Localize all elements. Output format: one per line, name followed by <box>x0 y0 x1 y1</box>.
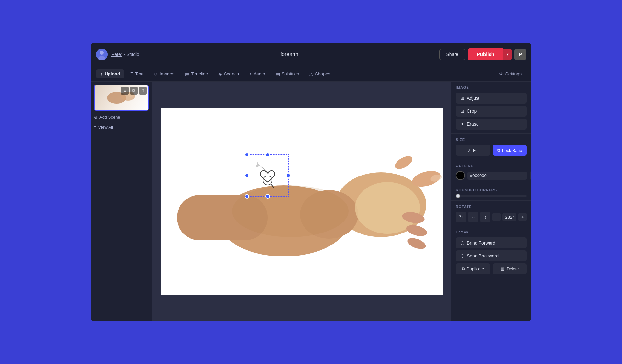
subtitles-icon: ▤ <box>276 71 280 76</box>
svg-point-12 <box>393 154 415 172</box>
adjust-icon: ⊞ <box>460 96 464 101</box>
slider-row <box>456 195 527 197</box>
layer-section: LAYER ⬡ Bring Forward ⬡ Send Backward ⧉ … <box>451 226 531 280</box>
settings-icon: ⚙ <box>499 71 503 76</box>
timeline-button[interactable]: ▤ Timeline <box>180 69 213 78</box>
scenes-icon: ◈ <box>218 71 222 76</box>
image-section: IMAGE ⊞ Adjust ⊡ Crop ✦ Erase <box>451 82 531 134</box>
send-backward-button[interactable]: ⬡ Send Backward <box>456 250 527 261</box>
rounded-corners-slider[interactable] <box>456 195 527 197</box>
timeline-icon: ▤ <box>185 71 189 76</box>
lock-ratio-icon: ⧉ <box>497 148 500 153</box>
outline-hex-input[interactable] <box>467 172 527 180</box>
toolbar: ↑ Upload T Text ⊙ Images ▤ Timeline ◈ Sc… <box>91 66 531 82</box>
audio-icon: ♪ <box>249 71 252 76</box>
add-scene-button[interactable]: ⊕ Add Scene <box>94 113 149 121</box>
list-icon: ≡ <box>94 125 97 130</box>
rotate-minus-button[interactable]: − <box>492 213 501 221</box>
outline-minus-button[interactable]: − <box>530 171 531 180</box>
erase-icon: ✦ <box>460 121 464 127</box>
share-button[interactable]: Share <box>439 49 465 60</box>
shapes-icon: △ <box>309 71 313 76</box>
canvas-area: ↻ <box>152 82 451 321</box>
scene-list-button[interactable]: ≡ <box>121 87 129 95</box>
scenes-button[interactable]: ◈ Scenes <box>214 69 244 78</box>
crop-icon: ⊡ <box>460 108 464 114</box>
lock-ratio-button[interactable]: ⧉ Lock Ratio <box>493 145 527 156</box>
shapes-button[interactable]: △ Shapes <box>305 69 335 78</box>
svg-point-15 <box>406 236 427 251</box>
outline-num-control: − 0 + <box>530 171 531 180</box>
app-container: Peter › Studio forearm Share Publish ▾ P… <box>91 43 531 321</box>
rotate-value: 282° <box>502 213 516 221</box>
audio-button[interactable]: ♪ Audio <box>245 69 270 78</box>
breadcrumb-studio: Studio <box>126 52 139 57</box>
bring-forward-icon: ⬡ <box>460 240 464 245</box>
publish-group: Publish ▾ <box>468 48 512 60</box>
rotate-plus-button[interactable]: + <box>518 213 527 221</box>
page-title: forearm <box>143 51 436 57</box>
scene-copy-button[interactable]: ⧉ <box>130 87 138 95</box>
rotate-cw-button[interactable]: ↻ <box>456 212 466 222</box>
publish-button[interactable]: Publish <box>468 48 503 60</box>
scene-card-1[interactable]: ≡ ⧉ 🗑 <box>94 85 149 111</box>
top-bar: Peter › Studio forearm Share Publish ▾ P <box>91 43 531 66</box>
bring-forward-button[interactable]: ⬡ Bring Forward <box>456 237 527 248</box>
forearm-background: ↻ <box>161 108 443 295</box>
delete-icon: 🗑 <box>501 267 505 271</box>
delete-button[interactable]: 🗑 Delete <box>493 263 527 274</box>
upload-button[interactable]: ↑ Upload <box>96 69 124 78</box>
avatar <box>96 49 108 60</box>
images-button[interactable]: ⊙ Images <box>149 69 179 78</box>
layer-action-row: ⧉ Duplicate 🗑 Delete <box>456 263 527 274</box>
rounded-corners-label: ROUNDED CORNERS <box>456 188 527 192</box>
flip-vertical-button[interactable]: ↕ <box>480 212 490 222</box>
canvas[interactable]: ↻ <box>161 108 443 295</box>
rotate-section: ROTATE ↻ ↔ ↕ − 282° + <box>451 201 531 226</box>
scene-card-overlay: ≡ ⧉ 🗑 <box>121 87 147 95</box>
scene-delete-button[interactable]: 🗑 <box>139 87 147 95</box>
erase-button[interactable]: ✦ Erase <box>456 119 527 130</box>
publish-dropdown-button[interactable]: ▾ <box>503 49 512 60</box>
upload-icon: ↑ <box>100 71 103 76</box>
fill-icon: ⤢ <box>467 148 471 153</box>
svg-point-1 <box>100 51 104 55</box>
duplicate-button[interactable]: ⧉ Duplicate <box>456 263 490 274</box>
right-panel: IMAGE ⊞ Adjust ⊡ Crop ✦ Erase SIZE <box>451 82 531 321</box>
rotate-row: ↻ ↔ ↕ − 282° + <box>456 212 527 222</box>
layer-section-label: LAYER <box>456 230 527 234</box>
fill-button[interactable]: ⤢ Fill <box>456 145 490 156</box>
top-right-actions: Share Publish ▾ P <box>439 48 526 60</box>
user-avatar: P <box>514 49 526 60</box>
crop-button[interactable]: ⊡ Crop <box>456 106 527 117</box>
size-row: ⤢ Fill ⧉ Lock Ratio <box>456 145 527 156</box>
image-section-label: IMAGE <box>456 85 527 89</box>
outline-color-swatch[interactable] <box>456 171 465 180</box>
size-section: SIZE ⤢ Fill ⧉ Lock Ratio <box>451 134 531 160</box>
text-icon: T <box>130 71 133 76</box>
text-button[interactable]: T Text <box>126 69 148 78</box>
adjust-button[interactable]: ⊞ Adjust <box>456 93 527 104</box>
svg-point-20 <box>263 176 272 185</box>
flip-horizontal-button[interactable]: ↔ <box>468 212 478 222</box>
chevron-down-icon: ▾ <box>507 52 509 57</box>
images-icon: ⊙ <box>154 71 158 76</box>
duplicate-icon: ⧉ <box>462 266 465 271</box>
send-backward-icon: ⬡ <box>460 253 464 258</box>
outline-section-label: OUTLINE <box>456 164 527 168</box>
breadcrumb: Peter › Studio <box>111 52 139 57</box>
left-panel: ≡ ⧉ 🗑 ⊕ Add Scene ≡ Vi <box>91 82 152 321</box>
breadcrumb-user[interactable]: Peter <box>111 52 122 57</box>
rounded-corners-section: ROUNDED CORNERS <box>451 184 531 201</box>
add-icon: ⊕ <box>94 115 98 119</box>
view-all-button[interactable]: ≡ View All <box>94 123 149 131</box>
main-area: ≡ ⧉ 🗑 ⊕ Add Scene ≡ Vi <box>91 82 531 321</box>
rotate-section-label: ROTATE <box>456 205 527 209</box>
subtitles-button[interactable]: ▤ Subtitles <box>271 69 304 78</box>
settings-button[interactable]: ⚙ Settings <box>494 69 526 78</box>
tattoo-element[interactable] <box>248 156 288 197</box>
outline-section: OUTLINE − 0 + <box>451 160 531 184</box>
outline-row: − 0 + <box>456 171 527 180</box>
size-section-label: SIZE <box>456 138 527 142</box>
